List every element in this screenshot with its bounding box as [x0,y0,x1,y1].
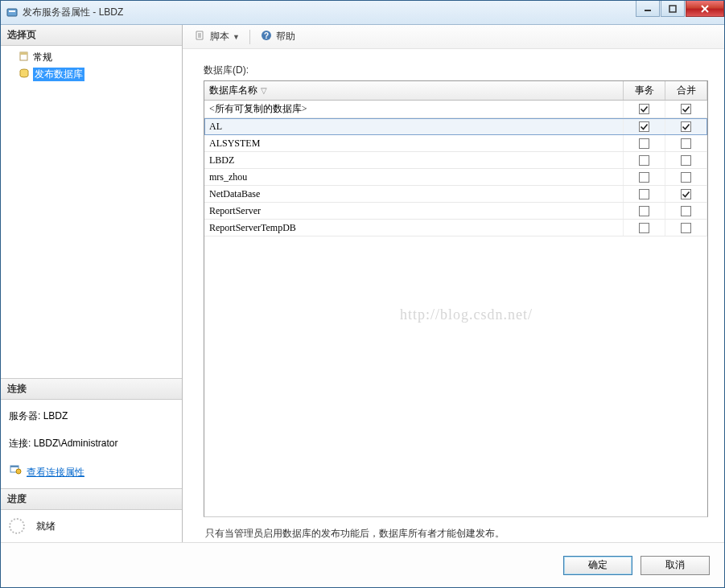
cell-merge-checkbox[interactable] [665,186,707,202]
sort-desc-icon: ▽ [261,86,267,95]
table-row[interactable]: mrs_zhou [204,169,707,186]
window-title: 发布服务器属性 - LBDZ [23,6,635,19]
hint-text: 只有当管理员启用数据库的发布功能后，数据库所有者才能创建发布。 [204,517,708,542]
svg-rect-19 [682,138,691,148]
help-icon: ? [260,29,273,44]
cell-merge-checkbox[interactable] [665,101,707,117]
page-tree-item[interactable]: 发布数据库 [4,66,179,83]
cell-name: AL [204,118,624,134]
cell-merge-checkbox[interactable] [665,203,707,219]
app-icon [6,6,19,19]
cell-name: LBDZ [204,152,624,168]
col-merge-header[interactable]: 合并 [665,81,707,100]
properties-icon [9,463,22,482]
script-label: 脚本 [210,30,229,43]
databases-label: 数据库(D): [204,64,708,77]
grid-body: <所有可复制的数据库>ALALSYSTEMLBDZmrs_zhouNetData… [204,101,707,236]
connection-row: 连接: LBDZ\Administrator [9,434,174,453]
content-area: 数据库(D): 数据库名称 ▽ 事务 合并 <所有可复制的数据库>ALALSYS… [183,49,724,542]
cell-merge-checkbox[interactable] [665,152,707,168]
cell-trans-checkbox[interactable] [624,152,665,168]
table-row[interactable]: AL [204,118,707,135]
databases-grid[interactable]: 数据库名称 ▽ 事务 合并 <所有可复制的数据库>ALALSYSTEMLBDZm… [204,80,708,517]
cancel-button[interactable]: 取消 [641,556,710,575]
left-panel: 选择页 常规发布数据库 连接 服务器: LBDZ 连接: LBDZ\Admini… [1,25,183,542]
cell-trans-checkbox[interactable] [624,220,665,236]
cell-trans-checkbox[interactable] [624,118,665,134]
server-value: LBDZ [43,410,68,421]
server-label: 服务器: [9,410,40,421]
toolbar: 脚本 ▼ ? 帮助 [183,25,724,49]
table-row[interactable]: <所有可复制的数据库> [204,101,707,118]
table-row[interactable]: ReportServer [204,203,707,220]
page-tree: 常规发布数据库 [1,46,182,86]
svg-text:?: ? [264,31,269,40]
connection-info: 服务器: LBDZ 连接: LBDZ\Administrator 查看连接属性 [1,400,182,488]
script-button[interactable]: 脚本 ▼ [191,27,243,46]
svg-rect-21 [682,155,691,165]
svg-rect-10 [10,466,19,467]
connection-header: 连接 [1,379,182,400]
svg-rect-3 [669,6,676,12]
cell-name: ReportServerTempDB [204,220,624,236]
cell-trans-checkbox[interactable] [624,135,665,151]
spacer [1,86,182,378]
table-row[interactable]: NetDataBase [204,186,707,203]
view-connection-link[interactable]: 查看连接属性 [27,463,84,482]
page-icon [19,51,30,64]
cell-trans-checkbox[interactable] [624,101,665,117]
titlebar[interactable]: 发布服务器属性 - LBDZ [1,1,724,25]
svg-rect-0 [7,9,17,16]
svg-rect-24 [640,189,649,199]
help-button[interactable]: ? 帮助 [257,27,299,46]
cell-trans-checkbox[interactable] [624,186,665,202]
chevron-down-icon: ▼ [233,33,240,41]
connection-label: 连接: [9,438,31,449]
ok-button[interactable]: 确定 [563,556,632,575]
grid-header: 数据库名称 ▽ 事务 合并 [204,81,707,101]
table-row[interactable]: ALSYSTEM [204,135,707,152]
svg-rect-17 [682,121,691,131]
col-trans-header[interactable]: 事务 [624,81,665,100]
table-row[interactable]: LBDZ [204,152,707,169]
cell-merge-checkbox[interactable] [665,135,707,151]
spinner-icon [9,518,25,534]
cell-merge-checkbox[interactable] [665,220,707,236]
close-button[interactable] [686,1,724,17]
progress-header: 进度 [1,489,182,510]
table-row[interactable]: ReportServerTempDB [204,220,707,236]
cell-trans-checkbox[interactable] [624,169,665,185]
help-label: 帮助 [276,30,295,43]
svg-rect-7 [20,52,27,55]
col-name-label: 数据库名称 [209,84,257,97]
toolbar-separator [249,30,250,44]
dialog-body: 选择页 常规发布数据库 连接 服务器: LBDZ 连接: LBDZ\Admini… [1,25,724,542]
svg-rect-14 [640,105,649,114]
page-tree-label: 常规 [33,51,52,64]
progress-row: 就绪 [1,510,182,542]
svg-point-11 [16,469,21,474]
page-tree-label: 发布数据库 [33,68,84,81]
right-panel: 脚本 ▼ ? 帮助 数据库(D): 数据库名称 ▽ [183,25,724,542]
server-row: 服务器: LBDZ [9,406,174,426]
dialog-footer: 确定 取消 [1,542,724,587]
svg-rect-16 [640,121,649,131]
svg-rect-25 [682,189,691,199]
svg-rect-20 [640,155,649,165]
cell-merge-checkbox[interactable] [665,118,707,134]
connection-value: LBDZ\Administrator [34,438,118,449]
minimize-button[interactable] [636,1,660,17]
svg-rect-15 [682,105,691,114]
maximize-button[interactable] [661,1,685,17]
page-tree-item[interactable]: 常规 [4,49,179,66]
cell-name: ALSYSTEM [204,135,624,151]
svg-rect-22 [640,172,649,182]
svg-rect-18 [640,138,649,148]
svg-rect-23 [682,172,691,182]
cell-trans-checkbox[interactable] [624,203,665,219]
cell-merge-checkbox[interactable] [665,169,707,185]
cell-name: mrs_zhou [204,169,624,185]
dialog-window: 发布服务器属性 - LBDZ 选择页 常规发布数据库 连接 服务器: LBDZ … [0,0,725,588]
col-name-header[interactable]: 数据库名称 ▽ [204,81,624,100]
view-connection-row[interactable]: 查看连接属性 [9,463,174,482]
